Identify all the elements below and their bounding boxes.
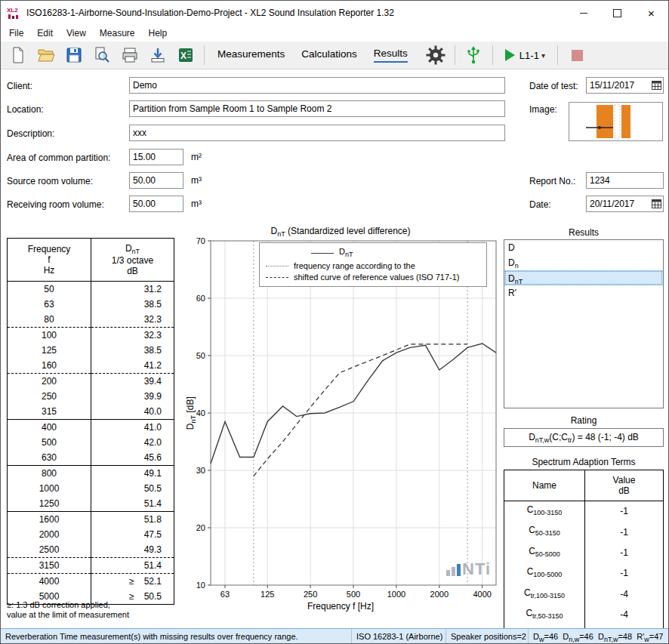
location-label: Location: — [7, 104, 44, 115]
date-label: Date: — [529, 199, 551, 210]
stop-button[interactable] — [572, 50, 583, 61]
freq-row-500: 50042.0 — [8, 435, 174, 450]
results-item[interactable]: DnT — [504, 270, 663, 285]
dnt-header-line2: 1/3 octave — [91, 255, 174, 266]
open-project-button[interactable] — [32, 44, 60, 66]
date-of-test-field — [586, 77, 664, 94]
toolbar-separator — [492, 45, 493, 65]
source-volume-input[interactable] — [129, 172, 183, 189]
receiving-volume-input[interactable] — [129, 196, 183, 212]
freq-row-315: 31540.0 — [8, 404, 174, 420]
image-label: Image: — [529, 104, 557, 115]
toolbar-separator — [455, 45, 455, 65]
new-document-icon — [9, 46, 27, 64]
save-button[interactable] — [60, 44, 88, 66]
report-no-input[interactable] — [586, 172, 664, 189]
menu-edit[interactable]: Edit — [30, 25, 60, 42]
spectrum-adaption-table: Name Value dB C100-3150-1C50-3150-1C50-5… — [504, 470, 664, 644]
client-label: Client: — [7, 81, 32, 91]
calendar-button[interactable] — [651, 80, 662, 91]
frequency-table: Frequency f Hz DnT 1/3 octave dB 5031.26… — [7, 238, 174, 605]
import-button[interactable] — [143, 44, 171, 66]
svg-text:50: 50 — [196, 351, 205, 360]
play-button[interactable] — [505, 49, 515, 61]
receiving-volume-unit: m³ — [191, 199, 202, 209]
freq-row-800: 80049.1 — [8, 466, 174, 482]
results-panel-title: Results — [504, 227, 664, 238]
nti-logo-bar — [457, 564, 461, 576]
spectrum-row: C100-5000-1 — [504, 563, 664, 584]
freq-header-line1: Frequency — [8, 244, 91, 254]
svg-text:500: 500 — [347, 590, 360, 599]
svg-text:X: X — [180, 51, 187, 61]
toolbar-separator — [557, 45, 558, 65]
calendar-icon — [652, 81, 661, 90]
partition-image-thumbnail[interactable] — [569, 102, 663, 141]
svg-text:30: 30 — [196, 466, 205, 475]
date-field — [586, 196, 664, 212]
spectrum-row: Ctr,100-3150-4 — [504, 584, 664, 605]
svg-text:63: 63 — [220, 590, 230, 599]
tab-calculations[interactable]: Calculations — [301, 48, 357, 62]
settings-button[interactable] — [422, 44, 450, 66]
tab-measurements[interactable]: Measurements — [217, 48, 285, 62]
new-document-button[interactable] — [4, 44, 32, 66]
correction-note: ≥: 1.3 dB correction applied, value at t… — [7, 600, 129, 620]
results-item[interactable]: D — [504, 240, 663, 255]
source-volume-label: Source room volume: — [7, 176, 93, 186]
minimize-button[interactable] — [566, 1, 600, 25]
excel-export-button[interactable]: X — [171, 44, 199, 66]
menu-help[interactable]: Help — [142, 25, 174, 42]
spectrum-name-header: Name — [504, 470, 585, 501]
nti-logo-bar — [446, 570, 450, 576]
freq-row-200: 20039.4 — [8, 374, 174, 390]
print-button[interactable] — [116, 44, 143, 66]
results-item[interactable]: Dn — [504, 255, 663, 270]
svg-text:XL2: XL2 — [7, 7, 18, 14]
results-listbox: DDnDnTR' — [504, 239, 664, 408]
minimize-icon — [580, 13, 587, 14]
svg-text:4000: 4000 — [473, 590, 491, 599]
menu-measure[interactable]: Measure — [93, 25, 142, 42]
freq-row-400: 40041.0 — [8, 420, 174, 436]
location-input[interactable] — [129, 100, 505, 117]
chart-panel: DnT (Standardized level difference) DnT … — [180, 226, 501, 615]
usb-icon — [466, 45, 481, 65]
area-input[interactable] — [129, 149, 183, 165]
spectrum-row: C100-3150-1 — [504, 501, 664, 522]
tab-results[interactable]: Results — [374, 48, 408, 63]
toolbar: X Measurements Calculations Results — [1, 42, 668, 69]
excel-icon: X — [177, 46, 195, 64]
menu-file[interactable]: File — [2, 25, 30, 42]
calendar-button[interactable] — [651, 199, 662, 209]
svg-text:250: 250 — [304, 590, 317, 599]
maximize-button[interactable] — [600, 1, 634, 25]
freq-row-80: 8032.3 — [8, 312, 174, 328]
freq-row-50: 5031.2 — [8, 282, 174, 297]
freq-row-100: 10032.3 — [8, 328, 174, 344]
level-selector[interactable]: L1-1 — [519, 50, 539, 61]
usb-connection-button[interactable] — [460, 44, 488, 66]
menu-view[interactable]: View — [60, 25, 93, 42]
freq-row-2000: 200047.5 — [8, 527, 174, 542]
close-button[interactable]: × — [634, 1, 668, 25]
description-input[interactable] — [129, 125, 505, 141]
freq-row-125: 12538.5 — [8, 343, 174, 358]
svg-text:125: 125 — [261, 590, 274, 599]
nti-logo: NTi — [446, 562, 491, 576]
client-input[interactable] — [129, 77, 505, 94]
window-title: ISO16283-1-Airborne-Sound-Insulation-Dem… — [26, 8, 394, 18]
results-item[interactable]: R' — [504, 285, 663, 300]
calendar-icon — [652, 199, 661, 208]
status-standard: ISO 16283-1 (Airborne) — [352, 629, 446, 644]
chevron-down-icon[interactable]: ▾ — [541, 51, 545, 60]
date-of-test-label: Date of test: — [529, 81, 578, 91]
app-logo-icon: XL2 — [7, 5, 22, 20]
titlebar: XL2 ISO16283-1-Airborne-Sound-Insulation… — [1, 1, 668, 25]
spectrum-row: C50-3150-1 — [504, 522, 664, 542]
chart-title: DnT (Standardized level difference) — [180, 226, 501, 238]
print-preview-button[interactable] — [88, 44, 116, 66]
freq-row-1000: 100050.5 — [8, 481, 174, 496]
svg-text:10: 10 — [196, 581, 205, 590]
freq-row-4000: 4000≥52.1 — [8, 574, 174, 590]
